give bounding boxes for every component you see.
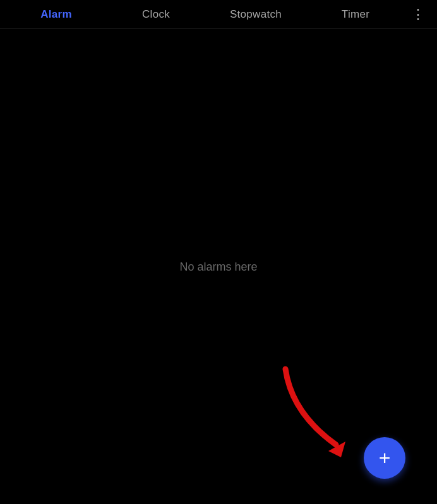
add-alarm-button[interactable]: + — [364, 437, 405, 479]
plus-icon: + — [379, 448, 391, 468]
main-content: No alarms here + — [0, 29, 437, 504]
tab-bar: Alarm Clock Stopwatch Timer ⋮ — [0, 0, 437, 29]
arrow-annotation — [273, 363, 374, 466]
tab-timer[interactable]: Timer — [306, 0, 405, 28]
empty-state-message: No alarms here — [179, 260, 257, 273]
more-options-icon[interactable]: ⋮ — [405, 0, 431, 28]
tab-alarm[interactable]: Alarm — [6, 0, 106, 28]
tab-stopwatch[interactable]: Stopwatch — [206, 0, 306, 28]
svg-marker-0 — [328, 442, 345, 457]
tab-clock[interactable]: Clock — [106, 0, 206, 28]
